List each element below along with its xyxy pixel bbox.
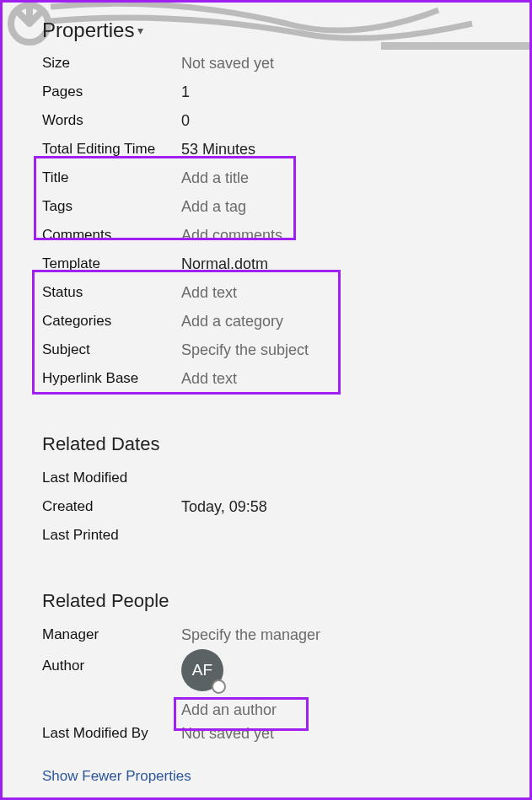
last-modified-by-value: Not saved yet: [181, 725, 274, 743]
hyperlink-base-label: Hyperlink Base: [42, 370, 181, 387]
tags-label: Tags: [42, 198, 181, 215]
properties-heading-text: Properties: [42, 19, 134, 42]
size-row: Size Not saved yet: [42, 49, 490, 78]
manager-row[interactable]: Manager Specify the manager: [42, 620, 490, 649]
editing-time-row: Total Editing Time 53 Minutes: [42, 135, 490, 164]
comments-row[interactable]: Comments Add comments: [42, 221, 490, 250]
size-label: Size: [42, 55, 181, 72]
editing-time-label: Total Editing Time: [42, 141, 181, 158]
tags-input[interactable]: Add a tag: [181, 198, 246, 216]
last-printed-label: Last Printed: [42, 527, 181, 544]
subject-label: Subject: [42, 341, 181, 358]
avatar-initials: AF: [192, 661, 212, 679]
related-people-heading: Related People: [42, 590, 490, 612]
status-input[interactable]: Add text: [181, 284, 237, 302]
add-author-input[interactable]: Add an author: [181, 701, 277, 719]
template-label: Template: [42, 255, 181, 272]
editing-time-value: 53 Minutes: [181, 141, 255, 158]
tags-row[interactable]: Tags Add a tag: [42, 192, 490, 221]
pages-label: Pages: [42, 83, 181, 100]
last-modified-row: Last Modified: [42, 464, 490, 492]
created-value: Today, 09:58: [181, 498, 267, 516]
status-row[interactable]: Status Add text: [42, 278, 490, 307]
subject-input[interactable]: Specify the subject: [181, 341, 309, 359]
last-printed-row: Last Printed: [42, 521, 490, 550]
subject-row[interactable]: Subject Specify the subject: [42, 336, 490, 364]
last-modified-label: Last Modified: [42, 470, 181, 486]
title-row[interactable]: Title Add a title: [42, 164, 490, 192]
status-label: Status: [42, 284, 181, 301]
title-input[interactable]: Add a title: [181, 169, 249, 187]
hyperlink-base-input[interactable]: Add text: [181, 370, 237, 388]
title-label: Title: [42, 169, 181, 186]
show-fewer-properties-link[interactable]: Show Fewer Properties: [42, 768, 191, 785]
author-label: Author: [42, 649, 181, 674]
author-row: Author AF Add an author: [42, 649, 490, 719]
created-label: Created: [42, 498, 181, 515]
template-row: Template Normal.dotm: [42, 250, 490, 278]
chevron-down-icon: ▾: [137, 24, 143, 37]
last-modified-by-row: Last Modified By Not saved yet: [42, 719, 490, 748]
created-row: Created Today, 09:58: [42, 492, 490, 521]
manager-input[interactable]: Specify the manager: [181, 626, 320, 644]
properties-heading[interactable]: Properties ▾: [42, 19, 490, 42]
words-label: Words: [42, 112, 181, 129]
categories-label: Categories: [42, 313, 181, 330]
avatar[interactable]: AF: [181, 649, 223, 691]
manager-label: Manager: [42, 626, 181, 643]
categories-row[interactable]: Categories Add a category: [42, 307, 490, 336]
pages-value: 1: [181, 83, 190, 101]
comments-label: Comments: [42, 227, 181, 244]
properties-list: Size Not saved yet Pages 1 Words 0 Total…: [42, 49, 490, 393]
hyperlink-base-row[interactable]: Hyperlink Base Add text: [42, 364, 490, 393]
words-value: 0: [181, 112, 190, 130]
comments-input[interactable]: Add comments: [181, 227, 282, 244]
pages-row: Pages 1: [42, 78, 490, 106]
size-value: Not saved yet: [181, 55, 274, 72]
presence-icon: [212, 679, 226, 694]
last-modified-by-label: Last Modified By: [42, 725, 181, 742]
template-value: Normal.dotm: [181, 255, 268, 273]
categories-input[interactable]: Add a category: [181, 313, 283, 330]
related-dates-heading: Related Dates: [42, 433, 490, 455]
words-row: Words 0: [42, 106, 490, 135]
